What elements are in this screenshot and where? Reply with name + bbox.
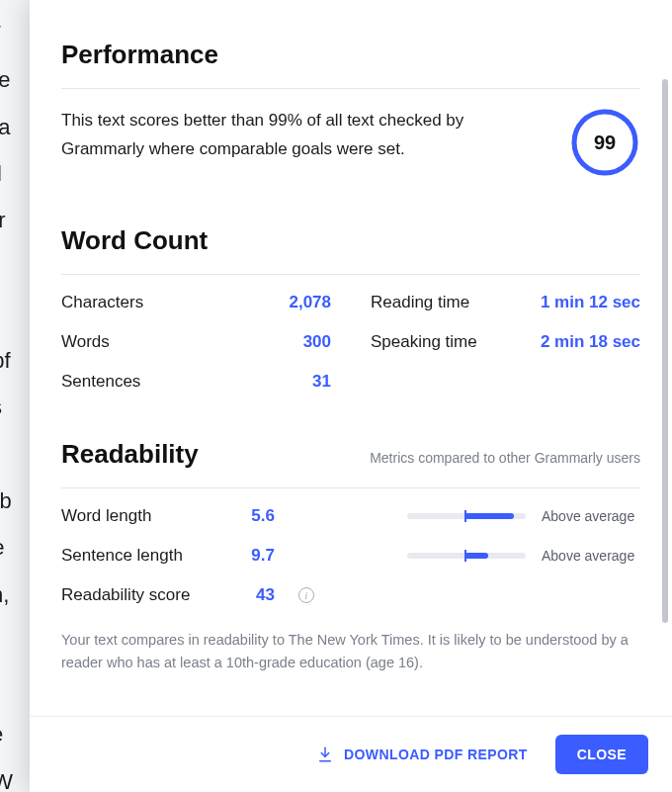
sentence-length-bar: [407, 553, 526, 559]
sentence-length-value: 9.7: [225, 546, 275, 566]
readability-score-value: 43: [225, 585, 275, 605]
reading-time-value: 1 min 12 sec: [541, 293, 640, 312]
words-label: Words: [61, 332, 110, 352]
reading-time-label: Reading time: [371, 293, 469, 312]
sentences-label: Sentences: [61, 372, 140, 392]
scrollbar-thumb[interactable]: [662, 79, 668, 623]
word-length-value: 5.6: [225, 506, 275, 526]
word-length-label: Word length: [61, 506, 210, 526]
download-icon: [316, 746, 334, 763]
close-button[interactable]: CLOSE: [555, 735, 648, 774]
speaking-time-label: Speaking time: [371, 332, 477, 352]
info-icon[interactable]: i: [298, 587, 314, 603]
performance-score-value: 99: [569, 107, 640, 178]
sentence-length-label: Sentence length: [61, 546, 210, 566]
performance-title: Performance: [61, 40, 640, 89]
speaking-time-value: 2 min 18 sec: [541, 332, 640, 352]
performance-modal: Performance This text scores better than…: [30, 0, 672, 792]
readability-score-label: Readability score: [61, 585, 210, 605]
readability-title: Readability: [61, 439, 199, 470]
performance-description: This text scores better than 99% of all …: [61, 107, 530, 164]
modal-footer: DOWNLOAD PDF REPORT CLOSE: [30, 716, 672, 792]
download-pdf-button[interactable]: DOWNLOAD PDF REPORT: [316, 746, 528, 763]
word-length-bar: [407, 513, 526, 519]
words-value: 300: [303, 332, 331, 352]
modal-scroll-area[interactable]: Performance This text scores better than…: [30, 0, 672, 716]
sentences-value: 31: [312, 372, 331, 392]
characters-value: 2,078: [289, 293, 331, 312]
performance-score-ring: 99: [569, 107, 640, 178]
download-pdf-label: DOWNLOAD PDF REPORT: [344, 747, 528, 762]
characters-label: Characters: [61, 293, 143, 312]
word-length-tag: Above average: [542, 508, 640, 524]
sentence-length-tag: Above average: [542, 548, 640, 564]
word-count-title: Word Count: [61, 225, 640, 275]
readability-comparison-text: Your text compares in readability to The…: [61, 629, 640, 674]
readability-subtitle: Metrics compared to other Grammarly user…: [370, 450, 640, 466]
